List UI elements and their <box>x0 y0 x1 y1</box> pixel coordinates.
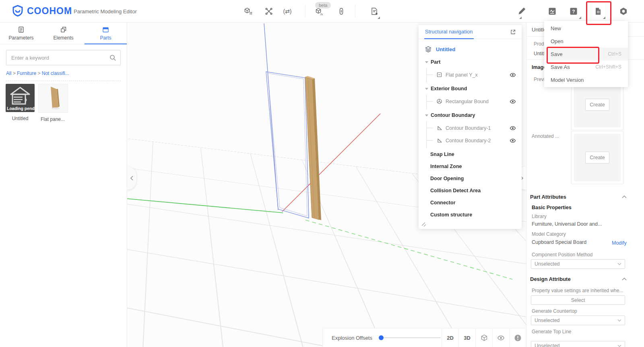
part-item-untitled[interactable]: Loading pend Untitled <box>6 84 35 122</box>
inherit-note: Property value settings are inherited wh… <box>532 288 623 293</box>
file-menu-icon[interactable] <box>593 6 603 16</box>
dashed-divider <box>6 81 121 81</box>
brand-logo[interactable]: COOHOM <box>12 5 72 17</box>
brand-name: COOHOM <box>27 6 72 17</box>
contour-icon <box>436 125 442 131</box>
visibility-eye-icon[interactable] <box>510 125 516 131</box>
swap-constraint-icon[interactable]: (⇄) <box>281 6 294 16</box>
tree-item-contour-boundary-2[interactable]: Contour Boundary-2 <box>427 134 516 147</box>
visibility-eye-icon[interactable] <box>510 72 516 78</box>
visibility-eye-icon[interactable] <box>510 98 516 105</box>
breadcrumb-furniture[interactable]: Furniture <box>17 71 36 76</box>
menu-item-new[interactable]: New <box>544 22 628 35</box>
coohom-shield-icon <box>12 5 23 17</box>
keyword-search-box <box>6 50 121 65</box>
tree-root-untitled[interactable]: Untitled <box>424 46 516 53</box>
tree-group-connector[interactable]: Connector <box>424 197 516 209</box>
model-parameters-icon[interactable] <box>243 6 253 16</box>
elements-icon <box>60 26 67 33</box>
part-attributes-header[interactable]: Part Attributes <box>530 194 566 200</box>
tree-item-flat-panel[interactable]: Flat panel Y_x <box>427 69 516 81</box>
view-3d-button[interactable]: 3D <box>458 328 475 347</box>
green-axis-dashed <box>305 220 512 279</box>
tree-group-internal-zone[interactable]: Internal Zone <box>424 160 516 172</box>
export-document-icon[interactable] <box>369 6 379 16</box>
structural-tree: Untitled Part Flat panel Y_x <box>419 39 522 221</box>
toolbar-divider <box>355 4 355 17</box>
visibility-eye-icon[interactable] <box>510 137 516 144</box>
parametric-modeling-editor: COOHOM Parametric Modeling Editor (⇄) be… <box>0 0 644 347</box>
edit-pencil-icon[interactable] <box>517 6 526 16</box>
cube-icon <box>481 334 488 341</box>
search-icon[interactable] <box>109 54 116 61</box>
material-list-icon[interactable] <box>547 6 557 16</box>
part-item-label: Untitled <box>6 116 35 121</box>
search-input[interactable] <box>10 54 109 61</box>
layers-icon <box>425 46 432 53</box>
red-axis <box>282 114 380 212</box>
isometric-view-button[interactable] <box>475 328 492 347</box>
tree-group-contour-boundary[interactable]: Contour Boundary <box>424 109 516 121</box>
breadcrumb-all[interactable]: All <box>6 71 11 76</box>
parameters-icon <box>18 26 25 33</box>
tree-group-door-opening[interactable]: Door Opening <box>424 172 516 185</box>
collapse-caret-icon[interactable] <box>425 88 428 90</box>
view-2d-button[interactable]: 2D <box>442 328 458 347</box>
collapse-up-icon[interactable] <box>621 277 627 281</box>
breadcrumb-not-classified[interactable]: Not classifi... <box>42 71 69 76</box>
collapse-caret-icon[interactable] <box>425 114 428 116</box>
structural-nav-title[interactable]: Structural navigation <box>424 25 474 39</box>
flat-panel-icon <box>436 72 442 78</box>
library-label: Library <box>532 214 547 219</box>
warnings-button[interactable] <box>509 328 526 347</box>
node-connect-icon[interactable] <box>264 6 274 16</box>
select-button[interactable]: Select <box>531 295 625 305</box>
tree-group-snap-line[interactable]: Snap Line <box>424 148 516 160</box>
menu-item-open[interactable]: Open <box>544 35 628 48</box>
tree-group-exterior-bound[interactable]: Exterior Bound <box>424 83 516 95</box>
generate-countertop-select[interactable]: Unselected <box>531 316 625 325</box>
dropdown-corner-mark <box>579 17 581 19</box>
tab-parameters[interactable]: Parameters <box>0 23 42 44</box>
bound-wireframe-outer <box>266 72 309 218</box>
explosion-slider-thumb[interactable] <box>379 335 384 340</box>
explosion-offsets-slider[interactable] <box>380 337 441 338</box>
create-preview-button[interactable]: Create <box>585 99 609 111</box>
tree-item-rectangular-bound[interactable]: Rectangular Bound <box>427 95 516 108</box>
tree-group-custom-structure[interactable]: Custom structure <box>424 209 516 221</box>
design-attribute-header[interactable]: Design Attribute <box>530 276 571 282</box>
annotated-label: Annotated ... <box>532 133 559 139</box>
binding-link-icon[interactable] <box>336 6 346 16</box>
tab-parts[interactable]: Parts <box>85 23 127 44</box>
alert-icon <box>514 334 522 342</box>
component-position-select[interactable]: Unselected <box>531 259 625 269</box>
tree-group-collision-detect-area[interactable]: Collision Detect Area <box>424 185 516 197</box>
menu-item-model-version[interactable]: Model Version <box>544 73 628 86</box>
tree-group-part[interactable]: Part <box>424 56 516 68</box>
part-item-flat-panel[interactable]: Flat pane... <box>38 84 67 122</box>
collapse-up-icon[interactable] <box>621 195 627 199</box>
model-category-label: Model Category <box>532 231 566 237</box>
collapse-caret-icon[interactable] <box>425 61 428 63</box>
settings-gear-icon[interactable] <box>619 6 628 16</box>
parts-icon <box>102 26 109 33</box>
structural-nav-header: Structural navigation <box>419 25 522 39</box>
explosion-offsets-label: Explosion Offsets <box>332 335 372 341</box>
menu-item-save-as[interactable]: Save As Ctrl+Shift+S <box>544 60 628 73</box>
generate-top-line-select[interactable]: Unselected <box>531 341 625 347</box>
panel-resize-grip[interactable] <box>421 222 426 227</box>
help-icon[interactable]: ? <box>569 6 578 16</box>
expand-panel-icon[interactable] <box>510 29 516 35</box>
dropdown-corner-mark <box>519 17 522 19</box>
structural-navigation-panel: Structural navigation Untitled Part <box>419 25 522 229</box>
visibility-button[interactable] <box>492 328 509 347</box>
tab-elements[interactable]: Elements <box>42 23 85 44</box>
dropdown-corner-mark <box>378 17 380 19</box>
eye-icon <box>497 334 505 342</box>
modify-link[interactable]: Modify <box>612 240 627 246</box>
create-annotated-button[interactable]: Create <box>585 152 609 164</box>
toolbar-divider <box>305 4 305 17</box>
bound-icon <box>436 98 442 104</box>
menu-item-save[interactable]: Save Ctrl+S <box>544 48 628 60</box>
tree-item-contour-boundary-1[interactable]: Contour Boundary-1 <box>427 122 516 134</box>
